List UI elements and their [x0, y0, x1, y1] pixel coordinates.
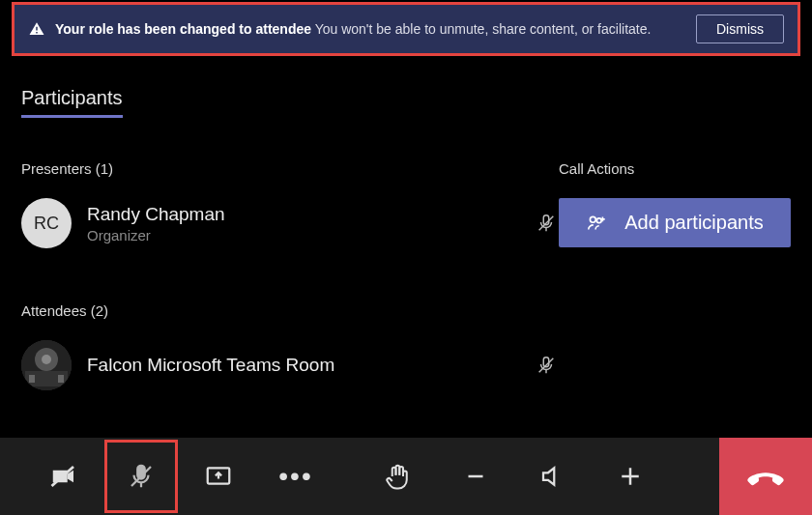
participant-row: Falcon Microsoft Teams Room: [21, 340, 559, 390]
call-actions-label: Call Actions: [559, 160, 791, 177]
meeting-control-bar: •••: [0, 438, 812, 515]
microphone-button[interactable]: [102, 438, 180, 515]
hang-up-button[interactable]: [719, 438, 812, 515]
ellipsis-icon: •••: [278, 463, 312, 490]
raise-hand-button[interactable]: [360, 438, 437, 515]
add-people-icon: [586, 213, 607, 234]
banner-title: Your role has been changed to attendee: [55, 21, 311, 37]
attendees-label: Attendees (2): [21, 302, 559, 319]
role-change-banner: Your role has been changed to attendee Y…: [12, 2, 800, 56]
volume-button[interactable]: [514, 438, 592, 515]
dismiss-button[interactable]: Dismiss: [696, 14, 784, 43]
participant-name: Randy Chapman: [87, 204, 225, 225]
svg-rect-13: [137, 466, 145, 479]
svg-rect-6: [29, 375, 35, 383]
camera-button[interactable]: [25, 438, 102, 515]
svg-point-4: [42, 355, 51, 364]
participants-panel: Participants Presenters (1) RC Randy Cha…: [0, 58, 812, 438]
mic-muted-icon: [536, 213, 557, 234]
add-participants-button[interactable]: Add participants: [559, 198, 791, 247]
add-button[interactable]: [592, 438, 669, 515]
avatar: RC: [21, 198, 72, 248]
share-screen-button[interactable]: [180, 438, 257, 515]
svg-line-14: [131, 467, 151, 486]
presenters-label: Presenters (1): [21, 160, 559, 177]
svg-rect-7: [58, 375, 64, 383]
banner-message: Your role has been changed to attendee Y…: [55, 21, 686, 37]
banner-detail: You won't be able to unmute, share conte…: [315, 21, 652, 37]
avatar: [21, 340, 72, 390]
participant-name: Falcon Microsoft Teams Room: [87, 355, 334, 376]
svg-point-10: [591, 216, 596, 222]
participants-heading: Participants: [21, 87, 123, 118]
participant-role: Organizer: [87, 227, 225, 243]
warning-icon: [28, 20, 45, 38]
add-participants-label: Add participants: [624, 212, 763, 234]
minimize-button[interactable]: [437, 438, 514, 515]
more-options-button[interactable]: •••: [257, 438, 334, 515]
participant-row: RC Randy Chapman Organizer: [21, 198, 559, 248]
mic-muted-icon: [536, 355, 557, 376]
